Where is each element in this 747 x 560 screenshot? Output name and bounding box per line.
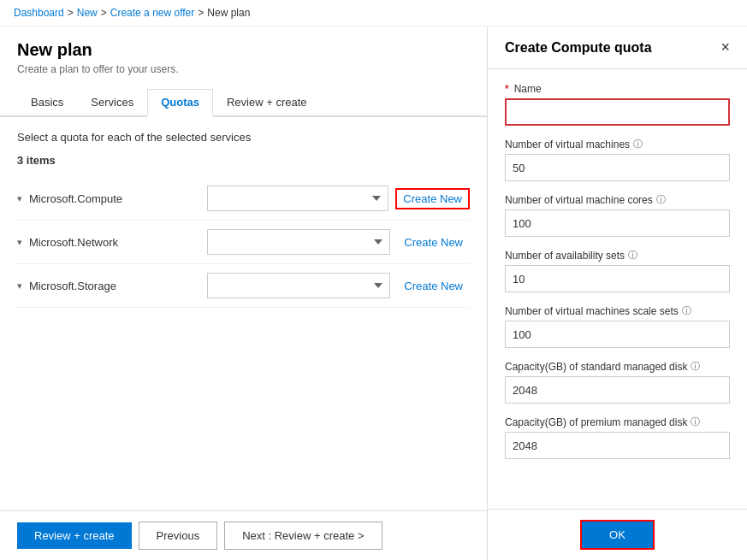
modal-body: * Name Number of virtual machines ⓘ Numb…	[488, 69, 747, 509]
breadcrumb-new[interactable]: New	[77, 7, 98, 19]
field-vm-scale-sets-label: Number of virtual machines scale sets ⓘ	[505, 304, 730, 317]
service-select-storage[interactable]	[207, 273, 390, 298]
field-standard-disk-label: Capacity(GB) of standard managed disk ⓘ	[505, 360, 730, 373]
modal-header: Create Compute quota ×	[488, 27, 747, 69]
field-premium-disk-label: Capacity(GB) of premium managed disk ⓘ	[505, 416, 730, 428]
vms-input[interactable]	[505, 154, 730, 181]
info-icon-vm-cores: ⓘ	[656, 193, 666, 206]
create-new-compute-button[interactable]: Create New	[395, 188, 470, 209]
next-button[interactable]: Next : Review + create >	[224, 522, 382, 550]
page-subtitle: Create a plan to offer to your users.	[17, 63, 470, 75]
field-vms-label: Number of virtual machines ⓘ	[505, 138, 730, 150]
service-row-compute: ▾ Microsoft.Compute Create New	[17, 177, 470, 221]
create-new-storage-button[interactable]: Create New	[397, 276, 470, 296]
footer: Review + create Previous Next : Review +…	[0, 510, 487, 560]
field-vm-cores: Number of virtual machine cores ⓘ	[505, 193, 730, 237]
field-premium-disk: Capacity(GB) of premium managed disk ⓘ	[505, 416, 730, 459]
info-icon-vms: ⓘ	[633, 138, 643, 150]
breadcrumb-dashboard[interactable]: Dashboard	[14, 7, 64, 19]
breadcrumb: Dashboard > New > Create a new offer > N…	[0, 0, 747, 27]
field-name-label: * Name	[505, 83, 730, 95]
standard-disk-input[interactable]	[505, 376, 730, 404]
section-instruction: Select a quota for each of the selected …	[17, 131, 470, 144]
service-name-storage: Microsoft.Storage	[29, 280, 200, 292]
breadcrumb-current: New plan	[207, 7, 250, 19]
tab-basics[interactable]: Basics	[17, 89, 77, 117]
tab-bar: Basics Services Quotas Review + create	[0, 89, 487, 117]
info-icon-premium-disk: ⓘ	[691, 416, 700, 428]
chevron-icon-compute[interactable]: ▾	[17, 193, 22, 204]
service-select-network[interactable]	[207, 229, 390, 255]
info-icon-availability-sets: ⓘ	[628, 249, 637, 262]
chevron-icon-network[interactable]: ▾	[17, 237, 22, 248]
items-count: 3 items	[17, 154, 470, 167]
name-input[interactable]	[505, 98, 730, 126]
review-create-button[interactable]: Review + create	[17, 522, 132, 549]
service-name-compute: Microsoft.Compute	[29, 192, 200, 205]
field-vm-cores-label: Number of virtual machine cores ⓘ	[505, 193, 730, 206]
field-availability-sets-label: Number of availability sets ⓘ	[505, 249, 730, 262]
create-new-network-button[interactable]: Create New	[397, 233, 470, 252]
field-name: * Name	[505, 83, 730, 126]
tab-review-create[interactable]: Review + create	[213, 89, 321, 117]
info-icon-vm-scale-sets: ⓘ	[682, 304, 691, 317]
breadcrumb-create-offer[interactable]: Create a new offer	[110, 7, 195, 19]
vm-scale-sets-input[interactable]	[505, 321, 730, 348]
service-name-network: Microsoft.Network	[29, 236, 200, 249]
service-select-compute[interactable]	[207, 186, 388, 211]
service-row-storage: ▾ Microsoft.Storage Create New	[17, 264, 470, 308]
page-title: New plan	[17, 40, 470, 60]
field-vms: Number of virtual machines ⓘ	[505, 138, 730, 181]
vm-cores-input[interactable]	[505, 209, 730, 237]
modal-footer: OK	[488, 509, 747, 560]
tab-services[interactable]: Services	[77, 89, 147, 117]
close-button[interactable]: ×	[720, 38, 730, 56]
modal-title: Create Compute quota	[505, 40, 652, 56]
service-row-network: ▾ Microsoft.Network Create New	[17, 221, 470, 264]
ok-button[interactable]: OK	[580, 520, 655, 550]
availability-sets-input[interactable]	[505, 265, 730, 292]
field-standard-disk: Capacity(GB) of standard managed disk ⓘ	[505, 360, 730, 404]
field-vm-scale-sets: Number of virtual machines scale sets ⓘ	[505, 304, 730, 348]
info-icon-standard-disk: ⓘ	[691, 360, 700, 373]
previous-button[interactable]: Previous	[139, 522, 218, 550]
chevron-icon-storage[interactable]: ▾	[17, 280, 22, 292]
tab-quotas[interactable]: Quotas	[147, 89, 213, 117]
premium-disk-input[interactable]	[505, 432, 730, 459]
field-availability-sets: Number of availability sets ⓘ	[505, 249, 730, 292]
